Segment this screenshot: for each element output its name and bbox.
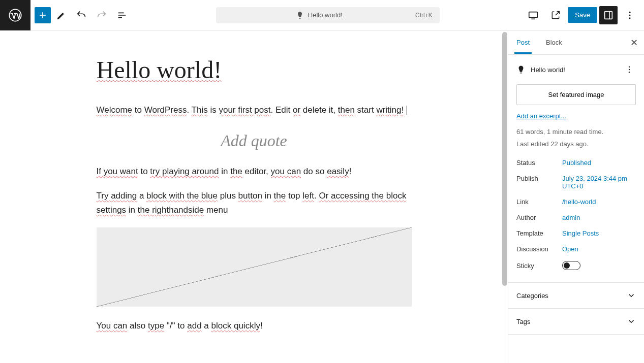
- toolbar-right: Save: [523, 5, 644, 25]
- toolbar-left: [0, 0, 132, 30]
- sticky-label: Sticky: [516, 262, 562, 270]
- discussion-label: Discussion: [516, 245, 562, 253]
- svg-point-4: [629, 14, 631, 16]
- sidebar-tabs: Post Block ✕: [508, 30, 644, 55]
- wordpress-logo[interactable]: [0, 0, 30, 30]
- tags-panel[interactable]: Tags: [508, 309, 644, 335]
- tab-block[interactable]: Block: [546, 31, 568, 53]
- post-actions-button[interactable]: [623, 63, 636, 76]
- author-label: Author: [516, 214, 562, 221]
- redo-button[interactable]: [91, 5, 112, 25]
- status-value[interactable]: Published: [562, 159, 636, 167]
- editor-canvas[interactable]: Hello world! Welcome to WordPress. This …: [0, 30, 508, 363]
- svg-point-7: [629, 69, 630, 70]
- paragraph-block[interactable]: You can also type "/" to add a block qui…: [97, 319, 412, 333]
- author-value[interactable]: admin: [562, 214, 636, 221]
- paragraph-block[interactable]: If you want to try playing around in the…: [97, 164, 412, 179]
- save-button[interactable]: Save: [568, 7, 597, 23]
- document-title: Hello world!: [308, 11, 343, 19]
- view-button[interactable]: [523, 5, 543, 25]
- add-block-button[interactable]: [35, 7, 51, 23]
- link-label: Link: [516, 198, 562, 206]
- svg-rect-1: [529, 12, 538, 17]
- discussion-value[interactable]: Open: [562, 245, 636, 253]
- svg-rect-2: [605, 11, 612, 19]
- main-area: Hello world! Welcome to WordPress. This …: [0, 30, 644, 363]
- shortcut-hint: Ctrl+K: [415, 12, 433, 19]
- document-bar[interactable]: Hello world! Ctrl+K: [216, 7, 440, 23]
- paragraph-block[interactable]: Welcome to WordPress. This is your first…: [97, 103, 412, 117]
- svg-point-3: [629, 11, 631, 13]
- tab-post[interactable]: Post: [516, 31, 536, 53]
- close-sidebar-button[interactable]: ✕: [630, 37, 638, 48]
- status-label: Status: [516, 159, 562, 167]
- paragraph-block[interactable]: Try adding a block with the blue plus bu…: [97, 189, 412, 217]
- sticky-toggle[interactable]: [562, 261, 580, 270]
- template-label: Template: [516, 229, 562, 237]
- post-summary-section: Hello world! Set featured image Add an e…: [508, 55, 644, 283]
- svg-point-8: [629, 72, 630, 73]
- preview-button[interactable]: [545, 5, 566, 25]
- set-featured-image-button[interactable]: Set featured image: [516, 84, 636, 105]
- add-excerpt-link[interactable]: Add an excerpt...: [516, 112, 566, 120]
- document-overview-button[interactable]: [112, 5, 132, 25]
- svg-point-5: [629, 17, 631, 19]
- undo-button[interactable]: [71, 5, 91, 25]
- top-toolbar: Hello world! Ctrl+K Save: [0, 0, 644, 30]
- svg-point-6: [629, 67, 630, 68]
- settings-sidebar: Post Block ✕ Hello world! Set featured i…: [508, 30, 644, 363]
- template-value[interactable]: Single Posts: [562, 229, 636, 237]
- publish-label: Publish: [516, 175, 562, 190]
- chevron-down-icon: [627, 317, 636, 326]
- link-value[interactable]: /hello-world: [562, 198, 636, 206]
- publish-value[interactable]: July 23, 2024 3:44 pm UTC+0: [562, 175, 636, 190]
- categories-panel[interactable]: Categories: [508, 283, 644, 309]
- pen-icon: [516, 65, 526, 74]
- settings-toggle-button[interactable]: [599, 6, 618, 24]
- scrollbar[interactable]: [502, 30, 508, 363]
- post-title[interactable]: Hello world!: [97, 56, 412, 84]
- options-button[interactable]: [620, 5, 640, 25]
- word-count: 61 words, 1 minute read time.: [516, 127, 636, 137]
- sidebar-post-title: Hello world!: [531, 66, 618, 74]
- image-block-placeholder[interactable]: [97, 227, 412, 307]
- last-edited: Last edited 22 days ago.: [516, 139, 636, 149]
- chevron-down-icon: [627, 291, 636, 300]
- pullquote-block[interactable]: Add quote: [97, 131, 412, 150]
- toolbar-center: Hello world! Ctrl+K: [132, 7, 523, 23]
- tools-button[interactable]: [51, 5, 71, 25]
- pen-icon: [296, 11, 304, 19]
